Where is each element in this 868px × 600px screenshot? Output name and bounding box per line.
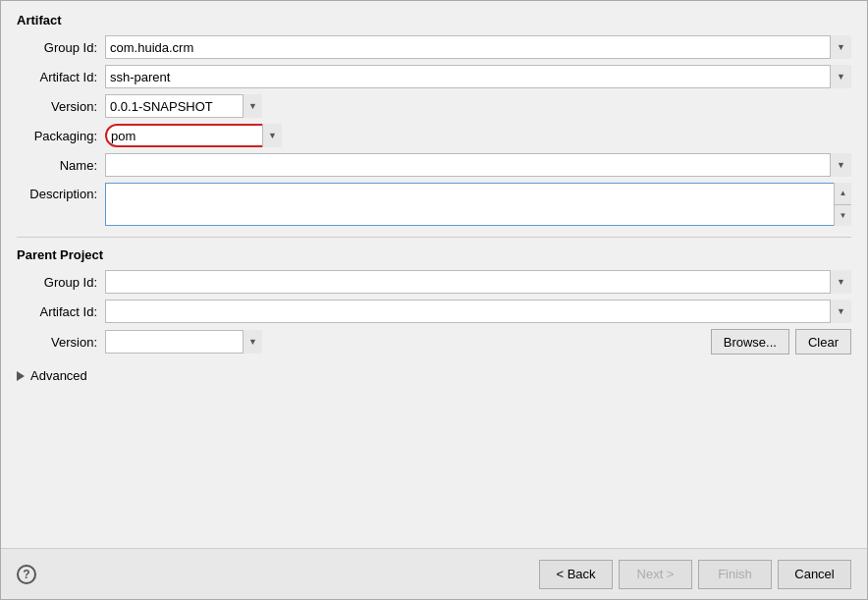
parent-version-controls: ▼ Browse... Clear [105, 329, 851, 355]
artifact-artifact-id-wrap: ▼ [105, 65, 851, 88]
next-button[interactable]: Next > [619, 560, 692, 589]
artifact-description-input[interactable] [105, 183, 851, 226]
artifact-description-row: Description: ▲ ▼ [17, 183, 851, 229]
parent-group-id-input[interactable] [105, 270, 851, 294]
artifact-packaging-row: Packaging: pom jar war ear ▼ [17, 124, 851, 147]
parent-artifact-id-wrap: ▼ [105, 300, 851, 323]
parent-version-label: Version: [17, 335, 105, 350]
parent-artifact-id-label: Artifact Id: [17, 304, 105, 319]
artifact-version-select[interactable]: 0.0.1-SNAPSHOT [105, 94, 262, 118]
parent-group-id-wrap: ▼ [105, 270, 851, 294]
artifact-group-id-dropdown-btn[interactable]: ▼ [830, 35, 851, 59]
cancel-button[interactable]: Cancel [778, 560, 851, 589]
parent-section-title: Parent Project [17, 247, 851, 262]
parent-group-id-label: Group Id: [17, 275, 105, 290]
browse-button[interactable]: Browse... [711, 329, 789, 355]
artifact-name-label: Name: [17, 158, 105, 173]
artifact-group-id-input[interactable] [105, 35, 851, 59]
artifact-name-wrap: ▼ [105, 153, 851, 177]
section-divider [17, 237, 851, 238]
footer: ? < Back Next > Finish Cancel [1, 548, 867, 599]
artifact-description-label: Description: [17, 183, 105, 201]
help-button[interactable]: ? [17, 565, 36, 584]
advanced-label: Advanced [30, 368, 87, 383]
artifact-name-dropdown-btn[interactable]: ▼ [830, 153, 851, 177]
artifact-artifact-id-label: Artifact Id: [17, 70, 105, 84]
clear-button[interactable]: Clear [795, 329, 851, 355]
parent-artifact-id-dropdown-btn[interactable]: ▼ [830, 300, 851, 323]
finish-button[interactable]: Finish [698, 560, 772, 589]
artifact-group-id-row: Group Id: ▼ [17, 35, 851, 59]
artifact-description-spinners: ▲ ▼ [834, 183, 851, 226]
help-icon: ? [23, 568, 29, 581]
artifact-description-wrap: ▲ ▼ [105, 183, 851, 229]
back-button[interactable]: < Back [539, 560, 613, 589]
artifact-artifact-id-dropdown-btn[interactable]: ▼ [830, 65, 851, 88]
artifact-version-row: Version: 0.0.1-SNAPSHOT ▼ [17, 94, 851, 118]
parent-version-row: Version: ▼ Browse... Clear [17, 329, 851, 355]
parent-artifact-id-input[interactable] [105, 300, 851, 323]
main-content: Artifact Group Id: ▼ Artifact Id: ▼ Vers… [1, 1, 867, 548]
artifact-description-down-btn[interactable]: ▼ [835, 205, 851, 227]
artifact-packaging-wrap: pom jar war ear ▼ [105, 124, 282, 147]
artifact-name-input[interactable] [105, 153, 851, 177]
parent-artifact-id-row: Artifact Id: ▼ [17, 300, 851, 323]
parent-version-select[interactable] [105, 330, 262, 354]
artifact-version-wrap: 0.0.1-SNAPSHOT ▼ [105, 94, 262, 118]
parent-group-id-dropdown-btn[interactable]: ▼ [830, 270, 851, 294]
artifact-artifact-id-row: Artifact Id: ▼ [17, 65, 851, 88]
footer-left: ? [17, 565, 36, 584]
artifact-packaging-select[interactable]: pom jar war ear [105, 124, 282, 147]
artifact-name-row: Name: ▼ [17, 153, 851, 177]
parent-group-id-row: Group Id: ▼ [17, 270, 851, 294]
artifact-version-label: Version: [17, 99, 105, 114]
artifact-section-title: Artifact [17, 13, 851, 27]
artifact-description-up-btn[interactable]: ▲ [835, 183, 851, 205]
artifact-group-id-label: Group Id: [17, 40, 105, 55]
parent-version-wrap: ▼ [105, 330, 262, 354]
parent-section: Parent Project Group Id: ▼ Artifact Id: … [17, 247, 851, 355]
footer-right: < Back Next > Finish Cancel [539, 560, 851, 589]
artifact-artifact-id-input[interactable] [105, 65, 851, 88]
artifact-group-id-wrap: ▼ [105, 35, 851, 59]
artifact-packaging-label: Packaging: [17, 129, 105, 143]
advanced-section[interactable]: Advanced [17, 368, 851, 383]
advanced-triangle-icon [17, 371, 25, 381]
